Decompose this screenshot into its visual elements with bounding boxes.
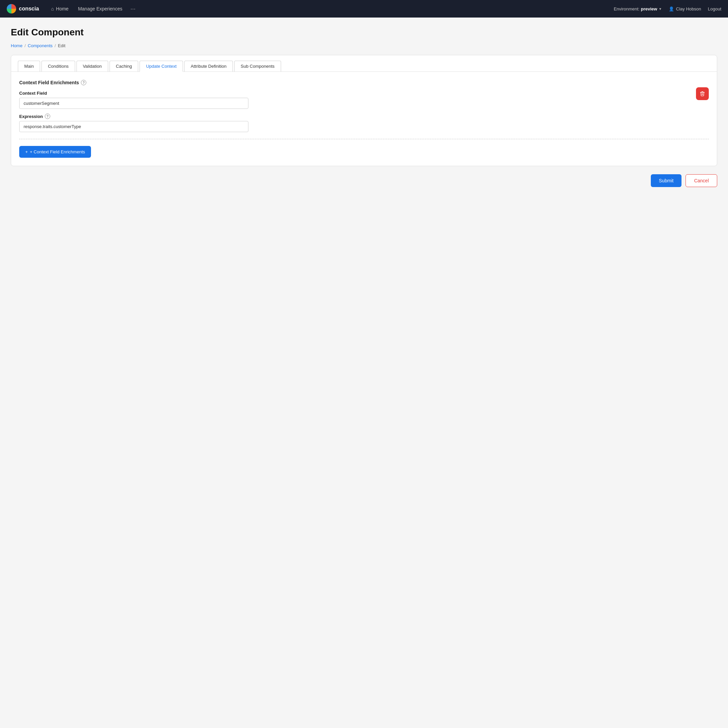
context-field-input[interactable] [19, 98, 248, 109]
edit-card: Main Conditions Validation Caching Updat… [11, 55, 717, 166]
cancel-button[interactable]: Cancel [685, 174, 717, 187]
user-name: Clay Hobson [676, 6, 701, 11]
breadcrumb-home[interactable]: Home [11, 43, 23, 48]
navbar: conscia ⌂ Home Manage Experiences ··· En… [0, 0, 728, 18]
tab-bar: Main Conditions Validation Caching Updat… [11, 55, 717, 72]
context-field-label: Context Field [19, 91, 709, 96]
expression-label: Expression ? [19, 113, 709, 119]
page-title: Edit Component [11, 27, 717, 38]
tab-main[interactable]: Main [18, 61, 40, 72]
delete-enrichment-button[interactable] [696, 87, 709, 100]
tab-validation[interactable]: Validation [76, 61, 108, 72]
nav-links: ⌂ Home Manage Experiences ··· [47, 4, 606, 14]
trash-icon [700, 91, 705, 96]
card-body: Context Field Enrichments ? Context Fiel… [11, 72, 717, 166]
logo[interactable]: conscia [7, 4, 39, 14]
section-label: Context Field Enrichments ? [19, 80, 709, 85]
logo-text: conscia [19, 6, 39, 12]
env-value: preview [641, 6, 657, 11]
user-icon: 👤 [669, 6, 674, 11]
nav-home[interactable]: ⌂ Home [47, 4, 73, 14]
tab-update-context[interactable]: Update Context [139, 61, 183, 72]
breadcrumb: Home / Components / Edit [11, 43, 717, 48]
expression-input[interactable] [19, 121, 248, 132]
expression-help-icon[interactable]: ? [45, 113, 50, 119]
breadcrumb-components[interactable]: Components [28, 43, 53, 48]
section-help-icon[interactable]: ? [81, 80, 86, 85]
submit-button[interactable]: Submit [651, 174, 682, 187]
tab-attribute-definition[interactable]: Attribute Definition [184, 61, 233, 72]
page: Edit Component Home / Components / Edit … [0, 18, 728, 728]
home-icon: ⌂ [51, 6, 54, 11]
environment-selector[interactable]: Environment: preview ▼ [614, 6, 662, 11]
user-menu[interactable]: 👤 Clay Hobson [669, 6, 701, 11]
enrichment-item: Context Field Expression ? [19, 91, 709, 132]
nav-manage-experiences[interactable]: Manage Experiences [74, 4, 126, 14]
tab-conditions[interactable]: Conditions [41, 61, 75, 72]
nav-more[interactable]: ··· [128, 5, 138, 12]
breadcrumb-edit: Edit [58, 43, 66, 48]
plus-icon: + [25, 149, 28, 154]
logout-button[interactable]: Logout [708, 6, 721, 11]
navbar-right: Environment: preview ▼ 👤 Clay Hobson Log… [614, 6, 721, 11]
tab-caching[interactable]: Caching [110, 61, 139, 72]
add-enrichment-button[interactable]: + + Context Field Enrichments [19, 146, 91, 158]
tab-sub-components[interactable]: Sub Components [234, 61, 281, 72]
logo-icon [7, 4, 16, 14]
env-caret-icon: ▼ [659, 7, 662, 11]
form-footer: Submit Cancel [11, 174, 717, 187]
